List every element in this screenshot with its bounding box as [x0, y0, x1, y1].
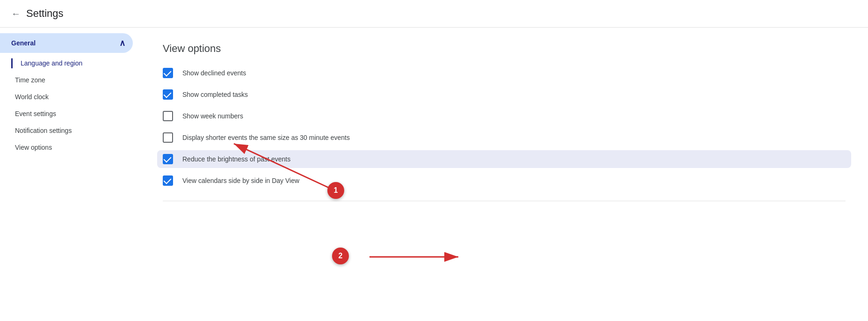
section-title: View options [163, 43, 846, 55]
annotation-1: 1 [327, 182, 344, 199]
sidebar-item-label: Notification settings [15, 127, 72, 134]
sidebar-item-world-clock[interactable]: World clock [0, 88, 140, 105]
option-show-week-numbers: Show week numbers [163, 111, 846, 121]
checkbox-show-declined-events[interactable] [163, 68, 173, 78]
sidebar-item-label: View options [15, 144, 52, 151]
sidebar-item-language-and-region[interactable]: Language and region [0, 55, 140, 72]
checkbox-display-shorter-events[interactable] [163, 132, 173, 143]
checkbox-show-week-numbers[interactable] [163, 111, 173, 121]
sidebar-item-view-options[interactable]: View options [0, 139, 140, 156]
sidebar-item-event-settings[interactable]: Event settings [0, 105, 140, 122]
sidebar-item-label: Time zone [15, 76, 45, 84]
option-display-shorter-events: Display shorter events the same size as … [163, 132, 846, 143]
option-label-show-declined-events: Show declined events [182, 69, 246, 77]
sidebar-general-label: General [11, 39, 36, 47]
main-content: View options Show declined events Show c… [140, 28, 868, 318]
option-label-show-week-numbers: Show week numbers [182, 112, 243, 120]
checkbox-reduce-brightness[interactable] [163, 154, 173, 164]
sidebar-item-label: World clock [15, 93, 49, 101]
option-label-show-completed-tasks: Show completed tasks [182, 91, 248, 98]
sidebar: General ∧ Language and region Time zone … [0, 28, 140, 318]
header: ← Settings [0, 0, 868, 28]
back-button[interactable]: ← [11, 8, 21, 19]
content-area: General ∧ Language and region Time zone … [0, 28, 868, 318]
option-reduce-brightness: Reduce the brightness of past events [157, 150, 851, 168]
sidebar-item-notification-settings[interactable]: Notification settings [0, 122, 140, 139]
checkbox-view-calendars-side-by-side[interactable] [163, 175, 173, 186]
option-label-display-shorter-events: Display shorter events the same size as … [182, 134, 350, 141]
checkbox-show-completed-tasks[interactable] [163, 89, 173, 100]
page-title: Settings [26, 7, 64, 20]
sidebar-item-time-zone[interactable]: Time zone [0, 72, 140, 88]
sidebar-item-label: Language and region [15, 59, 82, 67]
sidebar-item-label: Event settings [15, 110, 56, 117]
view-options-list: Show declined events Show completed task… [163, 68, 846, 186]
option-view-calendars-side-by-side: View calendars side by side in Day View [163, 175, 846, 186]
sidebar-item-general[interactable]: General ∧ [0, 33, 133, 53]
sidebar-sub-items: Language and region Time zone World cloc… [0, 55, 140, 156]
chevron-up-icon: ∧ [119, 38, 125, 48]
option-label-view-calendars-side-by-side: View calendars side by side in Day View [182, 177, 299, 184]
option-label-reduce-brightness: Reduce the brightness of past events [182, 155, 290, 163]
option-show-declined-events: Show declined events [163, 68, 846, 78]
annotation-2: 2 [332, 248, 349, 264]
section-divider [163, 201, 846, 201]
option-show-completed-tasks: Show completed tasks [163, 89, 846, 100]
